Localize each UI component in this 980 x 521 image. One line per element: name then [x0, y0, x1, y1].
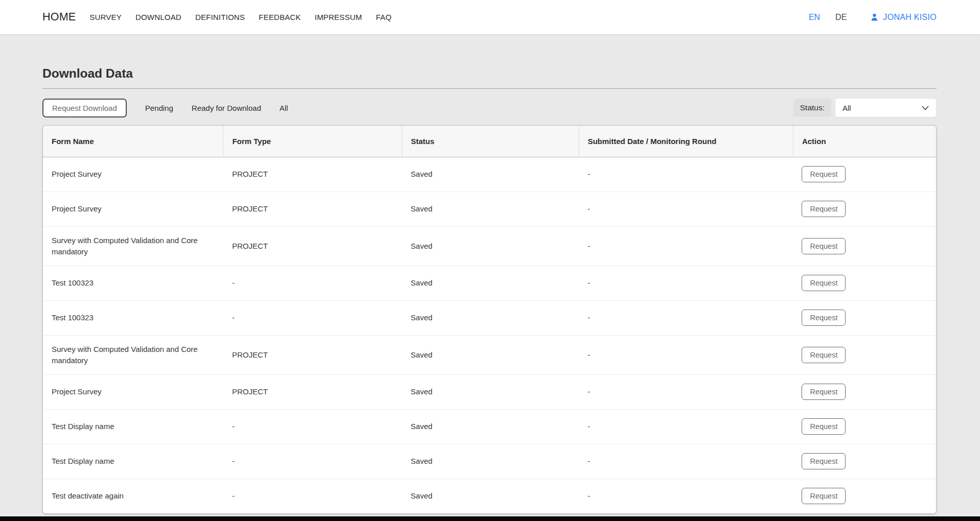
cell-submitted-date: -	[579, 192, 793, 226]
cell-action: Request	[793, 266, 936, 300]
table-row: Test 100323-Saved-Request	[43, 266, 936, 300]
tab-ready-for-download[interactable]: Ready for Download	[192, 104, 261, 112]
request-button[interactable]: Request	[802, 418, 846, 435]
tab-request-download[interactable]: Request Download	[42, 99, 127, 117]
cell-form-type: PROJECT	[223, 192, 402, 226]
tab-all[interactable]: All	[280, 104, 288, 112]
cell-action: Request	[793, 157, 936, 192]
nav-item-home[interactable]: HOME	[42, 11, 76, 23]
cell-form-name: Test Display name	[43, 444, 223, 479]
table-row: Test 100323-Saved-Request	[43, 300, 936, 335]
bottom-bar	[0, 516, 980, 521]
cell-submitted-date: -	[579, 335, 793, 374]
cell-form-type: -	[223, 266, 402, 300]
cell-form-type: -	[223, 300, 402, 335]
cell-form-type: -	[223, 409, 402, 444]
cell-action: Request	[793, 300, 936, 335]
table-row: Test Display name-Saved-Request	[43, 409, 936, 444]
main-content: Download Data Request Download Pending R…	[0, 66, 980, 514]
main-nav: HOME SURVEY DOWNLOAD DEFINITIONS FEEDBAC…	[42, 11, 392, 23]
request-button[interactable]: Request	[802, 310, 846, 326]
table-row: Project SurveyPROJECTSaved-Request	[43, 157, 936, 192]
nav-item-survey[interactable]: SURVEY	[89, 13, 122, 21]
cell-status: Saved	[402, 409, 579, 444]
cell-form-type: PROJECT	[223, 226, 402, 266]
nav-item-faq[interactable]: FAQ	[376, 13, 392, 21]
request-button[interactable]: Request	[802, 384, 846, 400]
cell-status: Saved	[402, 374, 579, 409]
cell-submitted-date: -	[579, 374, 793, 409]
status-filter: Status: All	[793, 98, 937, 117]
toolbar: Request Download Pending Ready for Downl…	[42, 98, 937, 117]
cell-status: Saved	[402, 157, 579, 192]
tab-pending[interactable]: Pending	[145, 104, 173, 112]
cell-form-name: Survey with Computed Validation and Core…	[43, 226, 223, 266]
cell-action: Request	[793, 444, 936, 479]
language-en[interactable]: EN	[809, 13, 820, 22]
request-button[interactable]: Request	[802, 488, 846, 504]
column-header-form-name: Form Name	[43, 126, 223, 157]
request-button[interactable]: Request	[802, 201, 846, 217]
title-divider	[42, 88, 937, 89]
table-row: Survey with Computed Validation and Core…	[43, 226, 936, 266]
cell-status: Saved	[402, 192, 579, 226]
cell-submitted-date: -	[579, 300, 793, 335]
cell-form-name: Project Survey	[43, 157, 223, 192]
column-header-status: Status	[402, 126, 579, 157]
cell-submitted-date: -	[579, 479, 793, 513]
download-table: Form Name Form Type Status Submitted Dat…	[43, 126, 936, 513]
cell-status: Saved	[402, 444, 579, 479]
request-button[interactable]: Request	[802, 275, 846, 291]
cell-status: Saved	[402, 226, 579, 266]
status-filter-label: Status:	[793, 99, 831, 117]
chevron-down-icon	[922, 106, 929, 110]
cell-form-name: Project Survey	[43, 192, 223, 226]
cell-form-type: -	[223, 444, 402, 479]
cell-form-name: Test Display name	[43, 409, 223, 444]
request-button[interactable]: Request	[802, 453, 846, 469]
status-select[interactable]: All	[835, 98, 937, 117]
user-name: JONAH KISIO	[883, 13, 937, 22]
nav-item-definitions[interactable]: DEFINITIONS	[195, 13, 245, 21]
table-row: Project SurveyPROJECTSaved-Request	[43, 374, 936, 409]
cell-action: Request	[793, 479, 936, 513]
nav-right: EN DE JONAH KISIO	[809, 13, 937, 22]
download-table-card: Form Name Form Type Status Submitted Dat…	[42, 125, 937, 514]
table-header-row: Form Name Form Type Status Submitted Dat…	[43, 126, 936, 157]
cell-status: Saved	[402, 479, 579, 513]
request-button[interactable]: Request	[802, 347, 846, 363]
cell-action: Request	[793, 226, 936, 266]
request-button[interactable]: Request	[802, 238, 846, 254]
download-tabs: Request Download Pending Ready for Downl…	[42, 99, 288, 117]
nav-item-impressum[interactable]: IMPRESSUM	[315, 13, 362, 21]
cell-action: Request	[793, 335, 936, 374]
cell-form-type: PROJECT	[223, 157, 402, 192]
top-navbar: HOME SURVEY DOWNLOAD DEFINITIONS FEEDBAC…	[0, 0, 980, 34]
nav-item-feedback[interactable]: FEEDBACK	[259, 13, 301, 21]
cell-form-name: Test 100323	[43, 266, 223, 300]
cell-form-type: -	[223, 479, 402, 513]
cell-action: Request	[793, 409, 936, 444]
table-header: Form Name Form Type Status Submitted Dat…	[43, 126, 936, 157]
cell-form-name: Project Survey	[43, 374, 223, 409]
cell-form-name: Survey with Computed Validation and Core…	[43, 335, 223, 374]
language-de[interactable]: DE	[835, 13, 847, 22]
table-row: Test Display name-Saved-Request	[43, 444, 936, 479]
page-title: Download Data	[42, 66, 937, 81]
table-body: Project SurveyPROJECTSaved-RequestProjec…	[43, 157, 936, 513]
request-button[interactable]: Request	[802, 166, 846, 182]
cell-status: Saved	[402, 300, 579, 335]
table-row: Survey with Computed Validation and Core…	[43, 335, 936, 374]
cell-submitted-date: -	[579, 266, 793, 300]
cell-form-name: Test 100323	[43, 300, 223, 335]
cell-submitted-date: -	[579, 444, 793, 479]
cell-form-type: PROJECT	[223, 335, 402, 374]
cell-status: Saved	[402, 335, 579, 374]
user-menu[interactable]: JONAH KISIO	[870, 13, 937, 22]
user-icon	[870, 13, 879, 21]
table-row: Test deactivate again-Saved-Request	[43, 479, 936, 513]
nav-item-download[interactable]: DOWNLOAD	[135, 13, 181, 21]
cell-form-type: PROJECT	[223, 374, 402, 409]
cell-action: Request	[793, 192, 936, 226]
cell-status: Saved	[402, 266, 579, 300]
